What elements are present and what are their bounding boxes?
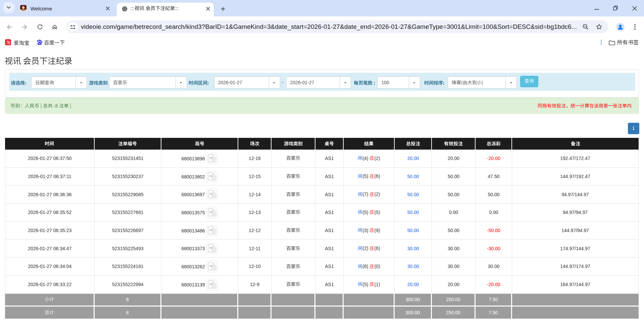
svg-text:du: du: [38, 42, 41, 45]
